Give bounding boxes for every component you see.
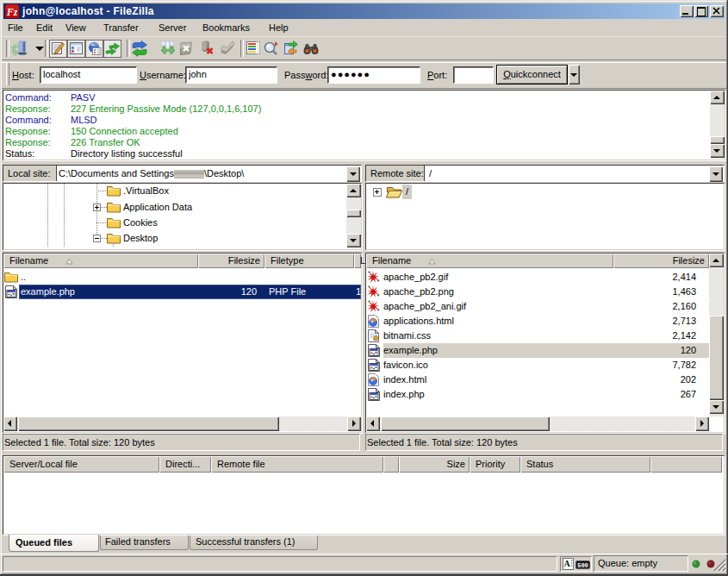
svg-text:500: 500 (577, 562, 588, 569)
svg-text:A: A (563, 559, 570, 568)
svg-text:Fz: Fz (6, 6, 18, 18)
